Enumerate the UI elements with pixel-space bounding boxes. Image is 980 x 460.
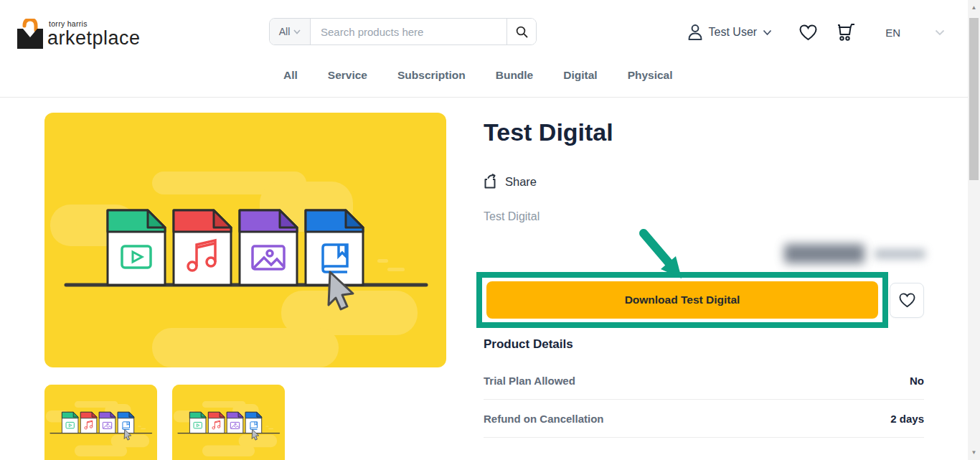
product-details-section: Product Details Trial Plan Allowed No Re… bbox=[484, 337, 924, 438]
scrollbar: ▲ ▼ bbox=[968, 0, 980, 460]
original-price-redacted bbox=[875, 249, 925, 259]
search-icon bbox=[516, 26, 528, 38]
annotation-highlight-box: Download Test Digital bbox=[476, 272, 888, 328]
product-main-image bbox=[44, 113, 446, 367]
scrollbar-down-arrow[interactable]: ▼ bbox=[968, 446, 980, 459]
cart-icon bbox=[837, 23, 857, 42]
logo-bag-icon bbox=[14, 19, 47, 50]
share-label: Share bbox=[505, 175, 537, 189]
nav-item-service[interactable]: Service bbox=[328, 69, 367, 82]
product-category-label: Test Digital bbox=[484, 210, 540, 223]
product-title: Test Digital bbox=[484, 118, 613, 146]
user-menu[interactable]: Test User bbox=[687, 24, 773, 41]
chevron-down-icon bbox=[293, 29, 301, 34]
chevron-down-icon bbox=[935, 29, 945, 36]
product-page: torry harris arketplace All bbox=[0, 0, 968, 460]
highlight-inner: Download Test Digital bbox=[482, 278, 882, 322]
product-details-heading: Product Details bbox=[484, 337, 924, 352]
cart-button[interactable] bbox=[837, 23, 857, 42]
user-name: Test User bbox=[709, 26, 758, 39]
share-button[interactable]: Share bbox=[484, 174, 537, 189]
nav-item-physical[interactable]: Physical bbox=[628, 69, 673, 82]
scrollbar-up-arrow[interactable]: ▲ bbox=[968, 1, 980, 14]
heart-icon bbox=[899, 293, 915, 308]
detail-value: 2 days bbox=[890, 413, 924, 425]
category-nav: All Service Subscription Bundle Digital … bbox=[283, 69, 673, 82]
favorite-button[interactable] bbox=[890, 283, 924, 318]
detail-value: No bbox=[910, 375, 924, 387]
detail-label: Trial Plan Allowed bbox=[484, 375, 575, 387]
detail-label: Refund on Cancellation bbox=[484, 413, 604, 425]
marketplace-logo[interactable]: torry harris arketplace bbox=[14, 11, 143, 52]
share-icon bbox=[484, 174, 499, 189]
user-icon bbox=[687, 24, 703, 41]
account-area: Test User EN bbox=[687, 20, 945, 44]
search-bar: All bbox=[269, 18, 537, 45]
search-category-value: All bbox=[279, 26, 291, 37]
detail-row-trial-plan: Trial Plan Allowed No bbox=[484, 362, 924, 400]
chevron-down-icon bbox=[763, 29, 772, 36]
language-code: EN bbox=[885, 27, 900, 39]
heart-icon bbox=[799, 24, 817, 41]
search-input[interactable] bbox=[311, 19, 507, 44]
nav-item-digital[interactable]: Digital bbox=[563, 69, 597, 82]
detail-row-refund: Refund on Cancellation 2 days bbox=[484, 400, 924, 438]
logo-wordmark: arketplace bbox=[47, 27, 141, 50]
scrollbar-thumb[interactable] bbox=[969, 18, 979, 180]
header: torry harris arketplace All bbox=[0, 0, 968, 98]
product-thumbnail-1[interactable] bbox=[44, 385, 157, 460]
nav-item-bundle[interactable]: Bundle bbox=[496, 69, 534, 82]
language-selector[interactable]: EN bbox=[885, 27, 945, 39]
nav-item-all[interactable]: All bbox=[283, 69, 298, 82]
download-button[interactable]: Download Test Digital bbox=[486, 281, 878, 319]
price-redacted bbox=[784, 244, 864, 263]
product-thumbnail-2[interactable] bbox=[172, 385, 285, 460]
nav-item-subscription[interactable]: Subscription bbox=[397, 69, 466, 82]
search-button[interactable] bbox=[507, 19, 536, 44]
wishlist-button[interactable] bbox=[799, 24, 817, 41]
search-category-dropdown[interactable]: All bbox=[270, 19, 311, 44]
